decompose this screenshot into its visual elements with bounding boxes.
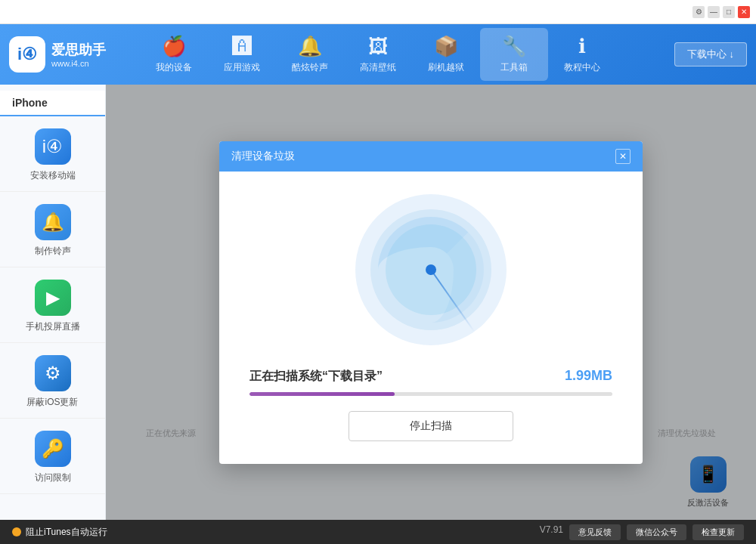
nav-toolbox-label: 工具箱 <box>500 61 528 74</box>
nav-app-game[interactable]: 🅰 应用游戏 <box>208 28 276 81</box>
scanning-text: 正在扫描系统“下载目录” <box>249 369 383 385</box>
apple-icon: 🍎 <box>162 35 186 58</box>
nav-ringtone[interactable]: 🔔 酷炫铃声 <box>276 28 344 81</box>
window-controls: ⚙ — □ ✕ <box>692 6 750 18</box>
nav-items: 🍎 我的设备 🅰 应用游戏 🔔 酷炫铃声 🖼 高清壁纸 📦 刷机越狱 🔧 工具箱… <box>115 28 641 81</box>
nav-my-device[interactable]: 🍎 我的设备 <box>140 28 208 81</box>
nav-tutorial[interactable]: ℹ 教程中心 <box>548 28 616 81</box>
nav-my-device-label: 我的设备 <box>156 61 192 74</box>
title-bar: ⚙ — □ ✕ <box>0 0 756 24</box>
progress-section: 正在扫描系统“下载目录” 1.99MB <box>249 368 612 396</box>
progress-top: 正在扫描系统“下载目录” 1.99MB <box>249 368 612 385</box>
nav-app-game-label: 应用游戏 <box>224 61 260 74</box>
stop-itunes-label: 阻止iTunes自动运行 <box>26 526 107 539</box>
update-button[interactable]: 检查更新 <box>692 524 744 540</box>
logo-area: i④ 爱思助手 www.i4.cn <box>9 36 115 73</box>
feedback-button[interactable]: 意见反馈 <box>569 524 621 540</box>
status-dot <box>12 527 21 536</box>
nav-wallpaper-label: 高清壁纸 <box>360 61 396 74</box>
box-icon: 📦 <box>434 35 458 58</box>
content-area: 📱 反激活设备 正在优先来源 优先关键内八 加密网络连接 不传采用有效日志 写入… <box>106 85 756 520</box>
sidebar: iPhone i④ 安装移动端 🔔 制作铃声 ▶ 手机投屏直播 ⚙ 屏蔽iOS更… <box>0 85 106 520</box>
logo-name: 爱思助手 <box>51 41 106 59</box>
version-label: V7.91 <box>540 524 563 540</box>
logo-text: 爱思助手 www.i4.cn <box>51 41 106 68</box>
block-ios-icon: ⚙ <box>35 355 71 391</box>
ringtone-icon: 🔔 <box>35 204 71 240</box>
settings-icon-btn[interactable]: ⚙ <box>692 6 705 18</box>
info-icon: ℹ <box>578 35 586 58</box>
screen-live-icon: ▶ <box>35 280 71 316</box>
header-right: 下载中心 ↓ <box>641 42 747 66</box>
download-center-button[interactable]: 下载中心 ↓ <box>674 42 747 66</box>
wechat-button[interactable]: 微信公众号 <box>627 524 686 540</box>
sidebar-item-install-app[interactable]: i④ 安装移动端 <box>0 116 105 192</box>
main-area: iPhone i④ 安装移动端 🔔 制作铃声 ▶ 手机投屏直播 ⚙ 屏蔽iOS更… <box>0 85 756 520</box>
logo-url: www.i4.cn <box>51 59 106 68</box>
toolbox-icon: 🔧 <box>502 35 526 58</box>
logo-icon: i④ <box>9 36 45 73</box>
nav-ringtone-label: 酷炫铃声 <box>292 61 328 74</box>
scan-center-dot <box>426 264 436 275</box>
modal-close-button[interactable]: ✕ <box>615 149 631 164</box>
nav-jailbreak[interactable]: 📦 刷机越狱 <box>412 28 480 81</box>
app-icon: 🅰 <box>232 35 252 58</box>
bell-icon: 🔔 <box>298 35 322 58</box>
maximize-button[interactable]: □ <box>723 6 735 18</box>
nav-toolbox[interactable]: 🔧 工具箱 <box>480 28 548 81</box>
header: i④ 爱思助手 www.i4.cn 🍎 我的设备 🅰 应用游戏 🔔 酷炫铃声 🖼… <box>0 24 756 85</box>
sidebar-item-ringtone-label: 制作铃声 <box>35 245 71 258</box>
sidebar-item-screen-live[interactable]: ▶ 手机投屏直播 <box>0 267 105 343</box>
install-app-icon: i④ <box>35 128 71 165</box>
progress-bar-wrap <box>249 392 612 396</box>
status-right: V7.91 意见反馈 微信公众号 检查更新 <box>540 524 744 540</box>
progress-bar-fill <box>249 392 395 396</box>
size-found: 1.99MB <box>565 368 612 384</box>
status-left: 阻止iTunes自动运行 <box>12 526 107 539</box>
modal-overlay: 清理设备垃圾 ✕ 正在 <box>106 85 756 520</box>
sidebar-tab: iPhone <box>0 91 105 116</box>
modal-header: 清理设备垃圾 ✕ <box>219 141 643 172</box>
modal-body: 正在扫描系统“下载目录” 1.99MB 停止扫描 <box>219 172 643 464</box>
status-bar: 阻止iTunes自动运行 V7.91 意见反馈 微信公众号 检查更新 <box>0 520 756 544</box>
sidebar-item-access-limit[interactable]: 🔑 访问限制 <box>0 419 105 494</box>
wallpaper-icon: 🖼 <box>368 35 388 58</box>
modal-title: 清理设备垃圾 <box>231 150 295 163</box>
close-button[interactable]: ✕ <box>738 6 750 18</box>
key-icon: 🔑 <box>35 431 71 467</box>
nav-jailbreak-label: 刷机越狱 <box>428 61 464 74</box>
modal-dialog: 清理设备垃圾 ✕ 正在 <box>219 141 643 464</box>
stop-scan-button[interactable]: 停止扫描 <box>349 411 513 441</box>
sidebar-item-block-ios[interactable]: ⚙ 屏蔽iOS更新 <box>0 343 105 419</box>
minimize-button[interactable]: — <box>708 6 720 18</box>
nav-tutorial-label: 教程中心 <box>564 61 600 74</box>
sidebar-item-block-ios-label: 屏蔽iOS更新 <box>26 396 78 409</box>
sidebar-item-screen-live-label: 手机投屏直播 <box>26 320 80 333</box>
scan-animation <box>355 194 507 345</box>
sidebar-item-install-app-label: 安装移动端 <box>30 169 76 182</box>
sidebar-item-access-limit-label: 访问限制 <box>35 471 71 484</box>
sidebar-item-ringtone[interactable]: 🔔 制作铃声 <box>0 192 105 267</box>
nav-wallpaper[interactable]: 🖼 高清壁纸 <box>344 28 412 81</box>
